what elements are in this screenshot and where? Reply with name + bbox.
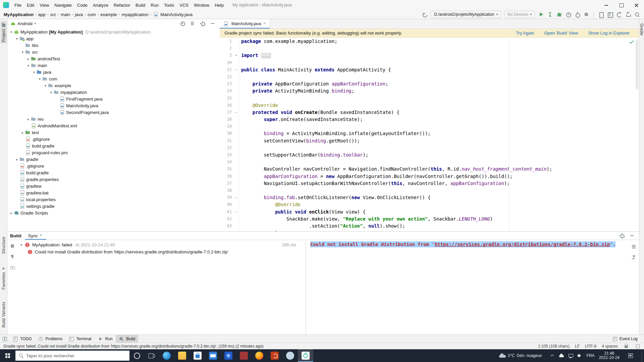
tree-toggle-icon[interactable]: ▾ — [26, 64, 31, 67]
tree-toggle-icon[interactable]: ▾ — [20, 50, 25, 54]
editor-scrollbar[interactable] — [636, 39, 638, 89]
project-view-select[interactable]: Android — [17, 21, 33, 26]
code-text[interactable]: private AppBarConfiguration appBarConfig… — [241, 80, 388, 87]
tree-item-gitignore[interactable]: .gitignore — [7, 136, 220, 142]
mail-icon[interactable] — [205, 349, 221, 362]
tree-item-libs[interactable]: libs — [7, 42, 220, 49]
fold-marker-icon[interactable]: − — [234, 194, 239, 201]
code-text[interactable]: protected void onCreate(Bundle savedInst… — [241, 109, 399, 116]
close-tab-icon[interactable] — [263, 22, 266, 25]
tree-toggle-icon[interactable]: ▾ — [32, 70, 37, 74]
sync-project-button[interactable] — [616, 11, 622, 17]
tool-window-switcher-icon[interactable] — [2, 336, 8, 342]
stop-button[interactable] — [583, 11, 589, 17]
tree-item-gradle[interactable]: ▸gradle — [7, 156, 220, 163]
code-editor[interactable]: 1package com.example.myapplication;23+im… — [220, 38, 639, 231]
soft-wrap-button[interactable] — [631, 244, 637, 250]
readonly-lock-icon[interactable] — [623, 343, 629, 349]
tree-item-gradlew[interactable]: gradlew — [7, 183, 220, 189]
breadcrumb-item-src[interactable]: src — [50, 12, 56, 17]
breadcrumb-item-mainactivity-java[interactable]: MainActivity.java — [153, 12, 193, 17]
tree-item-example[interactable]: ▾example — [7, 82, 220, 89]
tree-item-build-gradle[interactable]: build.gradle — [7, 169, 220, 176]
tray-expand-icon[interactable] — [550, 354, 554, 358]
fold-marker-icon[interactable]: − — [234, 66, 239, 73]
photos-icon[interactable] — [221, 349, 236, 362]
tree-toggle-icon[interactable]: ▸ — [20, 131, 25, 134]
todo-tab[interactable]: TODO — [9, 335, 35, 343]
fold-marker-icon[interactable]: + — [234, 52, 239, 59]
tree-toggle-icon[interactable]: ▾ — [9, 30, 14, 34]
taskbar-clock[interactable]: 21:46 2021-10-24 — [599, 351, 620, 360]
fold-marker-icon[interactable]: − — [234, 109, 239, 116]
menu-window[interactable]: Window — [191, 2, 212, 9]
breadcrumb-item-myapplication[interactable]: MyApplication — [3, 12, 34, 17]
run-tab[interactable]: Run — [95, 335, 116, 343]
select-opened-file-button[interactable] — [179, 20, 185, 26]
tree-toggle-icon[interactable]: ▾ — [19, 243, 24, 247]
powerpoint-icon[interactable] — [267, 349, 282, 362]
profile-button[interactable] — [565, 11, 571, 17]
tree-toggle-icon[interactable]: ▾ — [43, 84, 48, 87]
tree-item-src[interactable]: ▾src — [7, 49, 220, 55]
android-studio-icon[interactable] — [298, 349, 313, 362]
favorites-tab[interactable]: ★Favorites — [1, 264, 7, 291]
menu-view[interactable]: View — [37, 2, 52, 9]
breadcrumb-item-myapplication[interactable]: myapplication — [121, 12, 149, 17]
tree-toggle-icon[interactable]: ▸ — [26, 57, 31, 61]
tree-item-build-gradle[interactable]: build.gradle — [7, 142, 220, 149]
terminal-tab[interactable]: Terminal — [65, 335, 94, 343]
fold-marker-icon[interactable]: − — [234, 208, 239, 216]
debug-button[interactable] — [556, 11, 562, 17]
tree-item-res[interactable]: ▸res — [7, 116, 220, 122]
undo-icon[interactable] — [422, 11, 428, 17]
code-text[interactable]: super.onCreate(savedInstanceState); — [241, 116, 363, 123]
breadcrumb-item-app[interactable]: app — [38, 12, 46, 17]
tree-item-app[interactable]: ▾app — [7, 35, 220, 42]
tree-toggle-icon[interactable]: ▸ — [26, 117, 31, 121]
breadcrumb-item-com[interactable]: com — [87, 12, 96, 17]
menu-vcs[interactable]: VCS — [177, 2, 191, 9]
access-icon[interactable] — [236, 349, 252, 362]
code-text[interactable]: setSupportActionBar(binding.toolbar); — [241, 152, 368, 159]
banner-action-try-again[interactable]: Try Again — [516, 31, 534, 36]
weather-widget[interactable]: 2°C Gén. nuageux — [499, 353, 542, 358]
tree-item-secondfragment-java[interactable]: SecondFragment.java — [7, 109, 220, 116]
breadcrumb-item-example[interactable]: example — [100, 12, 117, 17]
banner-action-open-build-view[interactable]: Open 'Build' View — [544, 31, 578, 36]
tree-item-main[interactable]: ▾main — [7, 62, 220, 69]
run-configuration-select[interactable]: D:/android2/projets/MyApplication ▾ — [431, 11, 501, 18]
tree-item-myapplication[interactable]: ▾myapplication — [7, 89, 220, 96]
tree-toggle-icon[interactable]: ▸ — [14, 158, 19, 161]
code-text[interactable]: @Override — [241, 102, 278, 109]
taskbar-search[interactable] — [15, 351, 129, 361]
code-text[interactable]: NavigationUI.setupActionBarWithNavContro… — [241, 180, 510, 187]
sdk-manager-button[interactable] — [625, 11, 631, 17]
tree-item-myapplication[interactable]: ▾MyApplication[My Application]D:\android… — [7, 28, 220, 35]
attach-debugger-button[interactable] — [574, 11, 580, 17]
tree-item-androidmanifest-xml[interactable]: AndroidManifest.xml — [7, 122, 220, 129]
firefox-icon[interactable] — [252, 349, 267, 362]
network-icon[interactable] — [568, 353, 573, 358]
collapse-all-button[interactable] — [190, 20, 196, 26]
tree-item-gradle-properties[interactable]: gradle.properties — [7, 176, 220, 183]
editor-tab-mainactivity[interactable]: MainActivity.java — [220, 19, 270, 28]
tree-toggle-icon[interactable]: ▾ — [49, 90, 54, 94]
tree-toggle-icon[interactable]: ▾ — [14, 37, 19, 41]
status-message[interactable]: Gradle sync failed: Could not install Gr… — [3, 344, 264, 349]
preview-button[interactable] — [9, 264, 15, 270]
menu-run[interactable]: Run — [148, 2, 161, 9]
maximize-button[interactable] — [614, 0, 629, 10]
project-tab[interactable]: Project — [1, 21, 7, 44]
apply-changes-button[interactable] — [547, 11, 553, 17]
breadcrumb-item-main[interactable]: main — [60, 12, 70, 17]
skype-icon[interactable] — [282, 349, 298, 362]
breadcrumb-item-java[interactable]: java — [74, 12, 83, 17]
file-explorer-icon[interactable] — [174, 349, 190, 362]
tree-item-gradlew-bat[interactable]: gradlew.bat — [7, 189, 220, 196]
line-separator[interactable]: LF — [575, 344, 580, 349]
tree-item-com[interactable]: ▾com — [7, 75, 220, 82]
gradle-tab[interactable]: Gradle — [639, 22, 644, 37]
tree-item-test[interactable]: ▸test — [7, 129, 220, 136]
build-settings-button[interactable] — [619, 233, 625, 239]
